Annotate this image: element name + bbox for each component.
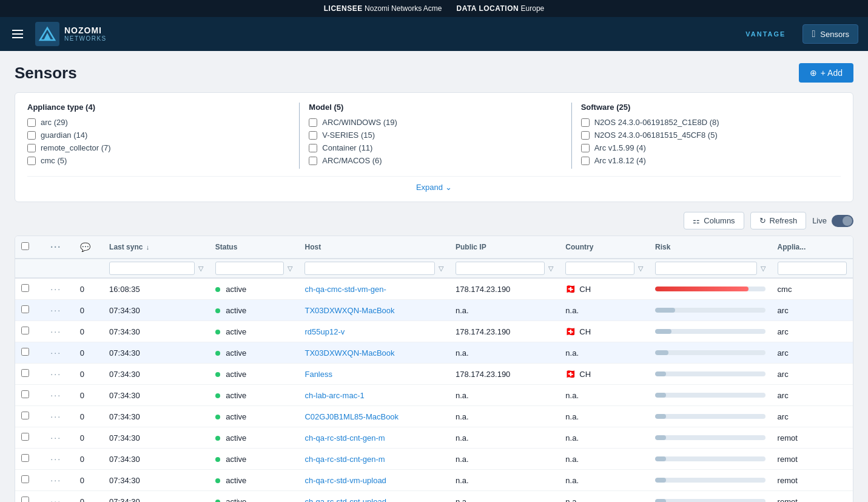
refresh-button[interactable]: ↻ Refresh [750,212,807,229]
row-actions-icon[interactable]: ··· [50,475,61,485]
row-host-link[interactable]: ch-qa-rc-std-vm-upload [304,476,386,485]
sensors-tab-button[interactable]:  Sensors [802,24,858,44]
filter-item[interactable]: arc (29) [27,118,287,127]
row-public-ip: n.a. [456,455,469,464]
row-host-link[interactable]: ch-qa-cmc-std-vm-gen- [304,285,386,294]
row-checkbox-cell [15,406,44,427]
row-checkbox[interactable] [21,454,29,462]
row-checkbox[interactable] [21,497,29,502]
status-filter-input[interactable] [215,262,284,275]
filter-item[interactable]: ARC/MACOS (6) [309,156,559,165]
expand-button[interactable]: Expand ⌄ [416,183,452,192]
ip-filter-input[interactable] [456,262,545,275]
row-host-link[interactable]: rd55up12-v [304,327,345,336]
row-actions-cell: ··· [44,364,73,385]
filter-item[interactable]: Container (11) [309,143,559,152]
row-host-link[interactable]: C02GJ0B1ML85-MacBook [304,412,399,421]
risk-filter-input[interactable] [655,262,757,275]
container-checkbox[interactable] [309,144,317,152]
add-button[interactable]: ⊕ + Add [799,63,853,83]
row-checkbox[interactable] [21,412,29,419]
row-actions-icon[interactable]: ··· [50,412,61,421]
row-actions-icon[interactable]: ··· [50,284,61,294]
arc-windows-checkbox[interactable] [309,118,317,127]
app-name: VANTAGE [745,30,786,38]
row-host-link[interactable]: ch-qa-rc-std-cnt-gen-m [304,455,385,464]
row-host-link[interactable]: ch-qa-rc-std-cnt-upload [304,497,386,503]
filter-item[interactable]: ARC/WINDOWS (19) [309,118,559,127]
top-bar: LICENSEE Nozomi Networks Acme DATA LOCAT… [0,0,868,17]
filter-item[interactable]: guardian (14) [27,131,287,140]
cmc-checkbox[interactable] [27,157,36,165]
filter-item[interactable]: V-SERIES (15) [309,131,559,140]
risk-bar-container [655,371,765,376]
row-checkbox[interactable] [21,305,29,313]
filter-item[interactable]: cmc (5) [27,156,287,165]
arc-macos-checkbox[interactable] [309,157,317,165]
guardian-checkbox[interactable] [27,131,36,140]
row-lastsync-cell: 07:34:30 [103,385,209,406]
live-toggle-switch[interactable] [832,215,853,227]
filter-item[interactable]: Arc v1.5.99 (4) [581,143,831,152]
row-actions-icon[interactable]: ··· [50,327,61,336]
sensors-table: ··· 💬 Last sync ↓ Status Host Public IP … [15,236,853,502]
n2os-1-checkbox[interactable] [581,118,590,127]
risk-filter-icon[interactable]: ▽ [761,265,765,273]
row-ip-cell: n.a. [449,449,559,470]
risk-bar-fill [655,329,671,334]
columns-button[interactable]: ⚏ Columns [684,212,744,229]
host-filter-icon[interactable]: ▽ [439,265,443,273]
row-actions-icon[interactable]: ··· [50,454,61,464]
remote-collector-checkbox[interactable] [27,144,36,152]
v-series-checkbox[interactable] [309,131,317,140]
chevron-down-icon: ⌄ [445,183,452,192]
row-host-link[interactable]: TX03DXWXQN-MacBook [304,348,394,358]
filter-item[interactable]: N2OS 24.3.0-06191852_C1E8D (8) [581,118,831,127]
row-lastsync-cell: 07:34:30 [103,427,209,449]
row-checkbox-cell [15,470,44,491]
row-lastsync: 07:34:30 [109,476,140,485]
row-checkbox[interactable] [21,433,29,441]
lastsync-filter-input[interactable] [109,262,195,275]
ip-filter-icon[interactable]: ▽ [548,265,553,273]
row-country: 🇨🇭 CH [565,369,591,379]
row-checkbox[interactable] [21,390,29,398]
row-actions-icon[interactable]: ··· [50,390,61,400]
row-actions-icon[interactable]: ··· [50,497,61,502]
lastsync-filter-icon[interactable]: ▽ [198,265,203,273]
filter-item[interactable]: Arc v1.8.12 (4) [581,156,831,165]
row-checkbox[interactable] [21,475,29,483]
select-all-checkbox[interactable] [21,242,29,250]
arc-checkbox[interactable] [27,118,36,127]
host-filter-input[interactable] [304,262,435,275]
country-filter-icon[interactable]: ▽ [638,265,643,273]
header-lastsync[interactable]: Last sync ↓ [103,236,209,259]
row-actions-icon[interactable]: ··· [50,305,61,315]
row-checkbox[interactable] [21,369,29,377]
country-filter-input[interactable] [565,262,634,275]
row-checkbox[interactable] [21,348,29,356]
arc-v1599-checkbox[interactable] [581,144,590,152]
appliance-filter-input[interactable] [778,262,847,275]
row-checkbox[interactable] [21,327,29,334]
n2os-2-checkbox[interactable] [581,131,590,140]
row-host-link[interactable]: ch-qa-rc-std-cnt-gen-m [304,433,385,443]
row-actions-icon[interactable]: ··· [50,369,61,379]
columns-label: Columns [704,216,735,225]
filter-item[interactable]: N2OS 24.3.0-06181515_45CF8 (5) [581,131,831,140]
row-host-cell: ch-qa-cmc-std-vm-gen- [298,278,449,300]
header-host: Host [298,236,449,259]
row-actions-icon[interactable]: ··· [50,433,61,443]
row-checkbox[interactable] [21,284,29,292]
arc-v1812-checkbox[interactable] [581,157,590,165]
row-host-link[interactable]: ch-lab-arc-mac-1 [304,391,364,400]
row-lastsync-cell: 07:34:30 [103,470,209,491]
status-filter-icon[interactable]: ▽ [288,265,292,273]
row-comment-cell: 0 [74,364,103,385]
filter-item[interactable]: remote_collector (7) [27,143,287,152]
hamburger-menu-button[interactable] [10,27,25,41]
row-host-link[interactable]: Fanless [304,370,332,379]
row-appliance-cell: remot [772,491,853,503]
row-actions-icon[interactable]: ··· [50,348,61,358]
row-host-link[interactable]: TX03DXWXQN-MacBook [304,306,394,315]
